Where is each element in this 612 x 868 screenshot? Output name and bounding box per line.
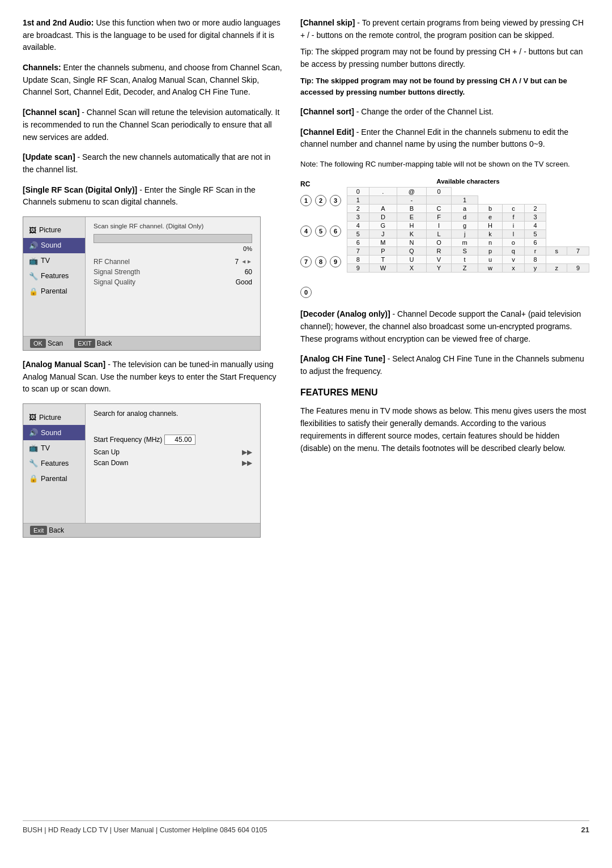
rf-arrow: ◄► xyxy=(241,258,252,265)
menu2-picture: 🖼 Picture xyxy=(23,410,85,425)
table-row: 0.@0 xyxy=(347,188,589,196)
channel-sort-heading: [Channel sort] xyxy=(300,107,354,116)
rc-btn-8: 8 xyxy=(315,256,326,267)
rc-btn-0: 0 xyxy=(300,287,312,298)
menu2-tv: 📺 TV xyxy=(23,440,85,456)
parental-icon-1: 🔒 xyxy=(29,287,38,296)
item3-heading: 1st and 2nd Audio: xyxy=(23,18,94,27)
channel-scan-heading: [Channel scan] xyxy=(23,108,79,117)
update-scan-section: [Update scan] - Search the new channels … xyxy=(23,151,283,176)
parental-icon-2: 🔒 xyxy=(29,474,38,483)
channel-sort-section: [Channel sort] - Change the order of the… xyxy=(300,106,589,118)
analog-manual-heading: [Analog Manual Scan] xyxy=(23,360,105,369)
table-row: 4GHIgHi4 xyxy=(347,222,589,230)
left-column: 1st and 2nd Audio: Use this function whe… xyxy=(23,17,283,809)
decoder-heading: [Decoder (Analog only)] xyxy=(300,309,390,318)
channel-edit-heading: [Channel Edit] xyxy=(300,127,354,137)
page-footer: BUSH | HD Ready LCD TV | User Manual | C… xyxy=(23,820,589,834)
rc-outer: RC 1 2 3 4 5 6 xyxy=(300,178,589,300)
features-menu-heading: FEATURES MENU xyxy=(300,386,589,400)
single-rf-section: [Single RF Scan (Digital Only)] - Enter … xyxy=(23,184,283,209)
menu2-features: 🔧 Features xyxy=(23,456,85,471)
rc-btn-3: 3 xyxy=(330,195,341,206)
table-row: 2ABCabc2 xyxy=(347,205,589,213)
features-icon-1: 🔧 xyxy=(29,272,38,280)
content-area: 1st and 2nd Audio: Use this function whe… xyxy=(23,17,589,809)
item-4: Channels: Enter the channels submenu, an… xyxy=(23,62,283,99)
avail-chars-label: Available characters xyxy=(347,178,589,185)
tv-menu-right-2: Search for analog channels. Start Freque… xyxy=(86,404,260,523)
rc-btn-5: 5 xyxy=(315,225,326,237)
tv-menu-screenshot-2: 🖼 Picture 🔊 Sound 📺 TV 🔧 xyxy=(23,403,261,538)
menu1-picture: 🖼 Picture xyxy=(23,223,85,238)
chars-table: Available characters 0.@0 1-1 2AB xyxy=(347,178,589,300)
rc-btn-6: 6 xyxy=(330,225,341,237)
rf-channel-row: RF Channel 7 ◄► xyxy=(94,258,252,266)
exit-btn-1: EXIT xyxy=(74,339,95,348)
menu2-sound: 🔊 Sound xyxy=(23,425,85,440)
scan-down-row: Scan Down ▶▶ xyxy=(94,459,252,467)
rc-buttons-col: RC 1 2 3 4 5 6 xyxy=(300,178,341,300)
page-number: 21 xyxy=(581,826,589,834)
tv-icon-1: 📺 xyxy=(29,257,38,265)
table-row: 3DEFdef3 xyxy=(347,213,589,222)
tv-icon-2: 📺 xyxy=(29,444,38,452)
progress-label: 0% xyxy=(94,245,252,252)
sound-icon-1: 🔊 xyxy=(29,241,38,250)
signal-quality-row: Signal Quality Good xyxy=(94,278,252,286)
page: 1st and 2nd Audio: Use this function whe… xyxy=(0,0,612,868)
tv-menu-bottom-2: ExitBack xyxy=(23,523,260,537)
menu1-scan-label: Scan single RF channel. (Digital Only) xyxy=(94,223,252,229)
picture-icon: 🖼 xyxy=(29,226,36,235)
signal-strength-row: Signal Strength 60 xyxy=(94,268,252,276)
rc-table-area: RC 1 2 3 4 5 6 xyxy=(300,178,589,300)
tv-menu-left-2: 🖼 Picture 🔊 Sound 📺 TV 🔧 xyxy=(23,404,86,523)
table-row: 7PQRSpqrs7 xyxy=(347,247,589,256)
rc-row-1: 1 2 3 xyxy=(300,195,341,206)
channel-scan-section: [Channel scan] - Channel Scan will retun… xyxy=(23,107,283,143)
tip2-text: Tip: The skipped program may not be foun… xyxy=(300,75,589,98)
ok-btn: OK xyxy=(30,339,46,348)
tv-menu-left-1: 🖼 Picture 🔊 Sound 📺 TV 🔧 xyxy=(23,217,86,336)
rc-btn-2: 2 xyxy=(315,195,326,206)
progress-bar-container xyxy=(94,234,252,243)
tv-menu-bottom-1: OKScan EXITBack xyxy=(23,336,260,350)
rc-btn-9: 9 xyxy=(330,256,341,267)
footer-info: BUSH | HD Ready LCD TV | User Manual | C… xyxy=(23,826,267,834)
item-3: 1st and 2nd Audio: Use this function whe… xyxy=(23,17,283,54)
analog-fine-section: [Analog CH Fine Tune] - Select Analog CH… xyxy=(300,353,589,377)
table-row: 1-1 xyxy=(347,196,589,205)
right-column: [Channel skip] - To prevent certain prog… xyxy=(300,17,589,809)
sound-icon-2: 🔊 xyxy=(29,428,38,437)
features-icon-2: 🔧 xyxy=(29,459,38,467)
menu1-parental: 🔒 Parental xyxy=(23,284,85,299)
channel-edit-section: [Channel Edit] - Enter the Channel Edit … xyxy=(300,126,589,151)
rc-btn-7: 7 xyxy=(300,256,312,267)
rc-row-2: 4 5 6 xyxy=(300,225,341,237)
scan-down-arrow: ▶▶ xyxy=(242,459,252,467)
tip1-text: Tip: The skipped program may not be foun… xyxy=(300,46,589,70)
channel-skip-heading: [Channel skip] xyxy=(300,18,355,27)
menu1-features: 🔧 Features xyxy=(23,269,85,284)
rc-btn-1: 1 xyxy=(300,195,312,206)
scan-up-arrow: ▶▶ xyxy=(242,448,252,456)
tv-menu-inner-1: 🖼 Picture 🔊 Sound 📺 TV 🔧 xyxy=(23,217,260,336)
features-menu-text: The Features menu in TV mode shows as be… xyxy=(300,405,589,454)
table-row: 8TUVtuv8 xyxy=(347,256,589,264)
tv-menu-screenshot-1: 🖼 Picture 🔊 Sound 📺 TV 🔧 xyxy=(23,216,261,351)
tv-menu-right-1: Scan single RF channel. (Digital Only) 0… xyxy=(86,217,260,336)
item4-text: Channels: Enter the channels submenu, an… xyxy=(23,62,283,99)
analog-fine-heading: [Analog CH Fine Tune] xyxy=(300,354,385,363)
start-freq-row: Start Frequency (MHz) 45.00 xyxy=(94,435,252,445)
analog-manual-section: [Analog Manual Scan] - The television ca… xyxy=(23,359,283,395)
table-row: 6MNOmno6 xyxy=(347,239,589,247)
menu1-sound: 🔊 Sound xyxy=(23,238,85,253)
rc-btn-4: 4 xyxy=(300,225,312,237)
tv-menu-inner-2: 🖼 Picture 🔊 Sound 📺 TV 🔧 xyxy=(23,404,260,523)
update-scan-heading: [Update scan] xyxy=(23,152,75,161)
exit-btn-2: Exit xyxy=(30,526,47,535)
rc-row-3: 7 8 9 xyxy=(300,256,341,267)
menu2-parental: 🔒 Parental xyxy=(23,471,85,486)
note-text: Note: The following RC number-mapping ta… xyxy=(300,159,589,170)
scan-up-row: Scan Up ▶▶ xyxy=(94,448,252,456)
